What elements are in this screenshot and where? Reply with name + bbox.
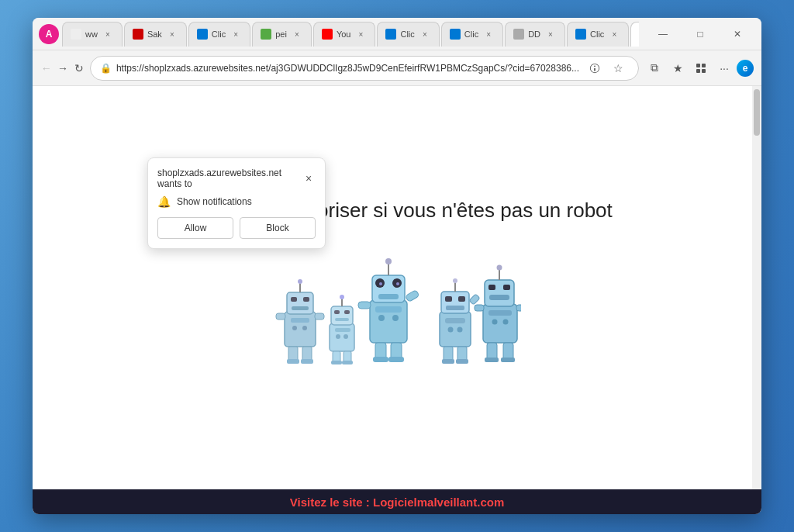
back-button[interactable]: ←	[40, 57, 52, 80]
popup-header: shoplzxads.azurewebsites.net wants to ×	[157, 168, 316, 189]
bottom-bar: Visitez le site : Logicielmalveillant.co…	[33, 489, 761, 514]
popup-close-button[interactable]: ×	[302, 171, 316, 186]
tab-label-clic1: Clic	[212, 29, 226, 39]
tab-close-ww[interactable]: ×	[102, 28, 114, 40]
tab-clic1[interactable]: Clic ×	[188, 22, 250, 47]
address-bar[interactable]: 🔒 https://shoplzxads.azurewebsites.net/a…	[90, 56, 639, 81]
tab-label-clic4: Clic	[590, 29, 604, 39]
read-aloud-icon[interactable]	[584, 57, 606, 79]
popup-content: 🔔 Show notifications	[157, 195, 316, 208]
notification-text: Show notifications	[177, 196, 252, 207]
svg-rect-78	[503, 343, 513, 360]
close-button[interactable]: ✕	[720, 22, 755, 47]
tab-sak[interactable]: Sak ×	[124, 22, 187, 47]
address-bar-icons: ☆	[584, 57, 629, 79]
block-button[interactable]: Block	[240, 217, 316, 239]
svg-rect-9	[303, 297, 309, 302]
more-tools-icon[interactable]: ···	[713, 57, 735, 79]
tab-favicon-sak	[133, 29, 143, 40]
svg-rect-43	[375, 306, 402, 313]
svg-rect-19	[315, 313, 324, 320]
tab-clic2[interactable]: Clic ×	[377, 22, 439, 47]
tab-ww[interactable]: ww ×	[62, 22, 123, 47]
tab-dd[interactable]: DD ×	[505, 22, 565, 47]
svg-rect-79	[485, 358, 499, 362]
collections-icon[interactable]	[690, 57, 712, 79]
svg-rect-72	[503, 285, 510, 290]
tab-label-clic2: Clic	[400, 29, 414, 39]
svg-rect-48	[373, 357, 388, 362]
tab-favicon-clic3	[450, 29, 461, 40]
svg-rect-21	[331, 306, 353, 325]
svg-point-23	[340, 295, 344, 299]
svg-point-12	[292, 326, 297, 330]
scroll-thumb[interactable]	[754, 89, 760, 136]
tab-close-you[interactable]: ×	[354, 28, 367, 40]
forward-button[interactable]: →	[57, 57, 68, 80]
tabs-area: ww × Sak × Clic × pei ×	[62, 22, 639, 47]
refresh-button[interactable]: ↻	[74, 57, 85, 80]
window-controls: — □ ✕	[645, 22, 755, 47]
lock-icon: 🔒	[100, 63, 112, 74]
svg-rect-14	[288, 347, 298, 361]
tab-favicon-clic4	[575, 29, 586, 40]
svg-rect-50	[358, 302, 371, 309]
svg-rect-15	[302, 347, 312, 361]
tab-close-clic1[interactable]: ×	[230, 28, 242, 40]
tab-close-sak[interactable]: ×	[166, 28, 178, 40]
svg-rect-0	[696, 64, 700, 67]
tab-label-you: You	[337, 29, 351, 39]
svg-point-75	[492, 319, 498, 324]
notification-popup: shoplzxads.azurewebsites.net wants to × …	[147, 157, 326, 249]
svg-rect-74	[488, 310, 512, 316]
svg-point-44	[378, 315, 385, 321]
tab-close-pei[interactable]: ×	[291, 28, 303, 40]
tab-clic4[interactable]: Clic ×	[567, 22, 629, 47]
tab-pei[interactable]: pei ×	[252, 22, 312, 47]
svg-point-76	[503, 319, 509, 324]
svg-rect-8	[291, 297, 297, 302]
svg-point-28	[336, 334, 340, 339]
svg-point-37	[385, 258, 392, 264]
tab-close-clic2[interactable]: ×	[419, 28, 431, 40]
maximize-button[interactable]: □	[682, 22, 718, 47]
svg-rect-3	[702, 69, 706, 73]
title-bar: A ww × Sak × Clic × pei	[33, 18, 761, 50]
svg-point-45	[392, 315, 399, 321]
tab-label-sak: Sak	[147, 29, 162, 39]
tab-label-pei: pei	[275, 29, 287, 39]
tab-you[interactable]: You ×	[313, 22, 376, 47]
scrollbar[interactable]	[752, 86, 761, 489]
bookmark-icon[interactable]: ☆	[607, 57, 629, 79]
favorites-icon[interactable]: ★	[667, 57, 689, 79]
svg-rect-1	[702, 64, 706, 67]
tab-label-ww: ww	[85, 29, 98, 39]
svg-rect-58	[446, 306, 464, 310]
profile-avatar[interactable]: A	[39, 24, 59, 44]
svg-rect-68	[485, 280, 514, 306]
robots-svg	[273, 254, 521, 378]
bell-icon: 🔔	[157, 195, 171, 208]
svg-rect-65	[456, 359, 468, 364]
tab-close-clic3[interactable]: ×	[482, 28, 495, 40]
tab-close-clic4[interactable]: ×	[608, 28, 620, 40]
svg-rect-66	[469, 293, 480, 304]
svg-rect-26	[335, 318, 349, 321]
popup-buttons: Allow Block	[157, 217, 316, 239]
split-screen-icon[interactable]: ⧉	[644, 57, 665, 79]
tab-label-clic3: Clic	[464, 29, 478, 39]
svg-rect-20	[330, 323, 354, 351]
allow-button[interactable]: Allow	[157, 217, 233, 239]
tab-favicon-dd	[513, 29, 524, 40]
svg-rect-31	[343, 351, 351, 362]
svg-rect-17	[301, 359, 313, 364]
svg-rect-71	[488, 285, 495, 290]
minimize-button[interactable]: —	[645, 22, 681, 47]
tab-clic-active[interactable]: Clic ×	[630, 22, 639, 47]
browser-window: A ww × Sak × Clic × pei	[33, 18, 761, 514]
tab-close-dd[interactable]: ×	[544, 28, 557, 40]
svg-rect-18	[276, 313, 285, 320]
svg-rect-59	[445, 318, 465, 323]
tab-clic3[interactable]: Clic ×	[441, 22, 503, 47]
svg-rect-33	[342, 361, 353, 364]
